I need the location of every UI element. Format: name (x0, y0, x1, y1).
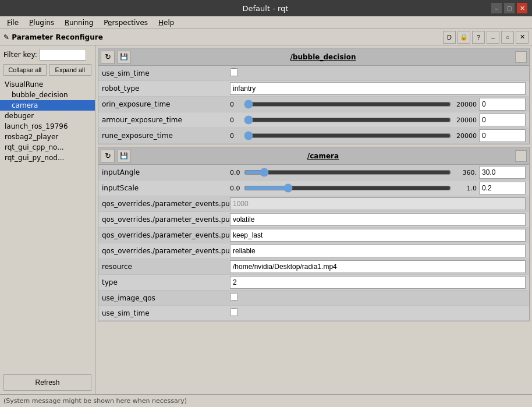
plugin-help-button[interactable]: ? (472, 31, 485, 44)
menu-running[interactable]: Running (60, 17, 98, 28)
collapse-all-button[interactable]: Collapse all (3, 64, 47, 76)
titlebar: Default - rqt – □ ✕ (0, 0, 532, 16)
slider-min: 0.0 (230, 185, 242, 192)
filter-input[interactable] (40, 49, 86, 61)
minimize-button[interactable]: – (491, 3, 502, 13)
param-value-container (230, 82, 526, 95)
tree-item-6[interactable]: rqt_gui_cpp_no... (0, 142, 95, 153)
panel-refresh-btn-camera[interactable]: ↻ (101, 150, 115, 162)
param-row-0: use_sim_time (98, 66, 529, 81)
slider-container: 020000 (230, 114, 526, 126)
param-row-1: robot_type (98, 81, 529, 97)
menu-plugins[interactable]: Plugins (24, 17, 59, 28)
slider-max: 20000 (453, 101, 477, 108)
param-text-input[interactable] (230, 213, 526, 226)
param-checkbox[interactable] (230, 293, 238, 301)
param-name-label: qos_overrides./parameter_events.publishe… (102, 231, 230, 239)
panel-title-camera[interactable]: /camera (133, 152, 513, 160)
main-area: Filter key: Collapse all Expand all Visu… (0, 45, 532, 394)
param-name-label: robot_type (102, 84, 230, 93)
panel-refresh-btn-bubble_decision[interactable]: ↻ (101, 51, 115, 63)
param-value-container (230, 229, 526, 242)
slider-value-input[interactable] (479, 166, 526, 179)
collapse-expand-row: Collapse all Expand all (0, 63, 95, 78)
plugin-toolbar: ✎ Parameter Reconfigure D 🔒 ? – ○ ✕ (0, 29, 532, 45)
param-name-label: inputAngle (102, 168, 230, 176)
tree-item-5[interactable]: rosbag2_player (0, 132, 95, 142)
param-name-label: orin_exposure_time (102, 100, 230, 108)
panel-toggle-camera[interactable] (515, 150, 527, 162)
tree-item-0[interactable]: VisualRune (0, 79, 95, 90)
param-row-4: rune_exposure_time020000 (98, 128, 529, 144)
slider-input[interactable] (244, 100, 451, 108)
menu-help[interactable]: Help (154, 17, 179, 28)
tree-item-7[interactable]: rqt_gui_py_nod... (0, 153, 95, 163)
panel-toggle-bubble_decision[interactable] (515, 51, 527, 63)
maximize-button[interactable]: □ (504, 3, 515, 13)
slider-value-input[interactable] (479, 182, 526, 194)
slider-value-input[interactable] (479, 114, 526, 126)
menu-perspectives[interactable]: Perspectives (99, 17, 152, 28)
plugin-dock-button[interactable]: D (443, 31, 456, 44)
slider-max: 20000 (453, 132, 477, 140)
param-checkbox[interactable] (230, 68, 238, 76)
slider-container: 020000 (230, 98, 526, 111)
param-text-input[interactable] (230, 276, 526, 289)
refresh-button[interactable]: Refresh (3, 374, 91, 391)
param-name-label: resource (102, 263, 230, 271)
tree-item-1[interactable]: bubble_decision (0, 90, 95, 100)
param-row-3: armour_exposure_time020000 (98, 112, 529, 128)
param-name-label: qos_overrides./parameter_events.publishe… (102, 215, 230, 224)
tree-item-2[interactable]: camera (0, 100, 95, 111)
slider-input[interactable] (244, 184, 451, 192)
filter-row: Filter key: (0, 45, 95, 63)
param-row-2: orin_exposure_time020000 (98, 97, 529, 112)
slider-value-input[interactable] (479, 129, 526, 142)
tree-item-4[interactable]: launch_ros_19796 (0, 121, 95, 132)
param-value-container: 020000 (230, 114, 526, 126)
slider-input[interactable] (244, 132, 451, 140)
param-text-input[interactable] (230, 229, 526, 242)
plugin-lock-button[interactable]: 🔒 (457, 31, 470, 44)
menubar: File Plugins Running Perspectives Help (0, 16, 532, 29)
param-name-label: rune_exposure_time (102, 132, 230, 140)
param-value-container (230, 308, 526, 318)
param-name-label: qos_overrides./parameter_events.publishe… (102, 247, 230, 255)
param-row-3: qos_overrides./parameter_events.publishe… (98, 212, 529, 228)
param-value-container: 0.01.0 (230, 182, 526, 194)
expand-all-button[interactable]: Expand all (49, 64, 92, 76)
slider-value-input[interactable] (479, 98, 526, 111)
panel-title-bubble_decision[interactable]: /bubble_decision (133, 53, 513, 61)
menu-file[interactable]: File (2, 17, 23, 28)
param-checkbox[interactable] (230, 308, 238, 316)
param-text-input[interactable] (230, 197, 526, 210)
param-value-container (230, 245, 526, 257)
close-button[interactable]: ✕ (517, 3, 527, 13)
param-text-input[interactable] (230, 260, 526, 273)
param-text-input[interactable] (230, 245, 526, 257)
slider-min: 0.0 (230, 169, 242, 176)
param-value-container: 020000 (230, 129, 526, 142)
param-value-container (230, 213, 526, 226)
slider-input[interactable] (244, 168, 451, 176)
slider-min: 0 (230, 132, 242, 140)
slider-max: 360. (453, 169, 477, 176)
param-text-input[interactable] (230, 82, 526, 95)
plugin-float-button[interactable]: ○ (501, 31, 514, 44)
param-row-6: resource (98, 259, 529, 275)
panel-save-btn-bubble_decision[interactable]: 💾 (117, 51, 131, 63)
plugin-minimize-button[interactable]: – (487, 31, 499, 44)
slider-container: 020000 (230, 129, 526, 142)
param-name-label: type (102, 278, 230, 286)
param-value-container (230, 293, 526, 303)
param-value-container (230, 276, 526, 289)
param-row-7: type (98, 275, 529, 291)
panel-header-camera: ↻💾/camera (98, 147, 529, 165)
slider-input[interactable] (244, 116, 451, 124)
tree: VisualRunebubble_decisioncameradebugerla… (0, 78, 95, 371)
plugin-close-button[interactable]: ✕ (516, 31, 529, 44)
param-row-0: inputAngle0.0360. (98, 165, 529, 181)
param-name-label: use_sim_time (102, 69, 230, 77)
panel-save-btn-camera[interactable]: 💾 (117, 150, 131, 162)
tree-item-3[interactable]: debuger (0, 111, 95, 121)
